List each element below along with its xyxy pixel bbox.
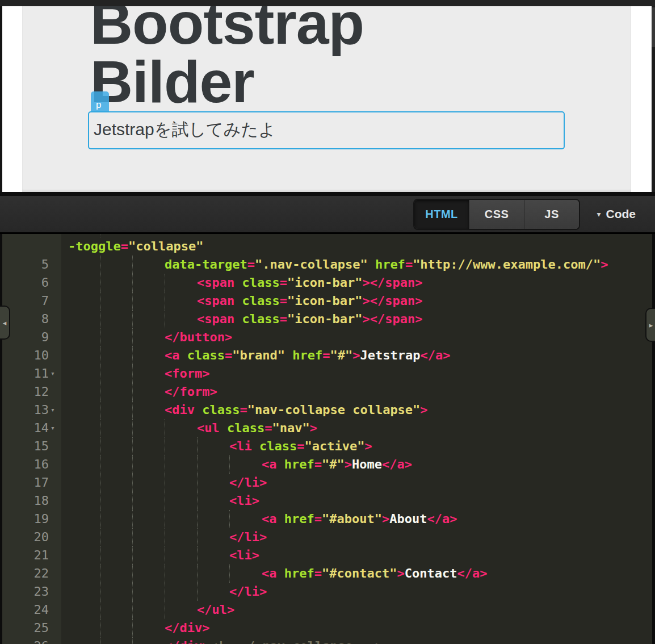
fold-spacer (49, 346, 64, 365)
indent-guide (100, 274, 132, 292)
line-number[interactable]: 5 (2, 256, 49, 274)
code-line[interactable]: 16<a href="#">Home</a> (2, 455, 655, 474)
code-line[interactable]: 5data-target=".nav-collapse" href="http:… (2, 256, 655, 274)
indent-guide (68, 256, 100, 274)
line-number[interactable]: 18 (2, 492, 49, 510)
code-line[interactable]: 11▾<form> (2, 365, 655, 383)
code-line[interactable]: 15<li class="active"> (2, 437, 655, 455)
line-number[interactable]: 16 (2, 455, 49, 474)
line-number[interactable]: 15 (2, 437, 49, 455)
token-txt: About (389, 510, 427, 528)
fold-spacer (49, 437, 64, 455)
token-tag: </a> (427, 510, 457, 528)
indent-guide (100, 310, 132, 328)
line-number[interactable]: 20 (2, 528, 49, 546)
token-eq: = (264, 419, 272, 437)
line-number[interactable]: 14 (2, 419, 49, 437)
code-menu-dropdown[interactable]: ▾ Code (597, 196, 636, 232)
line-number[interactable]: 6 (2, 274, 49, 292)
code-line[interactable]: 9</button> (2, 328, 655, 346)
indent-guide (100, 346, 132, 365)
code-line[interactable]: 12</form> (2, 383, 655, 401)
code-lines: 4<button class="btn btn-navbar" data-tog… (2, 234, 655, 644)
chevron-down-icon: ▾ (597, 210, 601, 219)
code-line[interactable]: 6<span class="icon-bar"></span> (2, 274, 655, 292)
indent-guide (197, 546, 229, 564)
line-number[interactable] (2, 237, 49, 256)
fold-chevron-down-icon[interactable]: ▾ (49, 401, 64, 419)
token-eq: = (314, 564, 322, 583)
design-canvas[interactable]: BootstrapBilder p Jetstrapを試してみたよ (22, 6, 631, 192)
token-tag: > (364, 437, 372, 455)
indent-guide (197, 510, 229, 528)
indent-guide (68, 455, 100, 474)
token-attr: class (202, 401, 240, 419)
code-line[interactable]: 8<span class="icon-bar"></span> (2, 310, 655, 328)
line-number[interactable]: 10 (2, 346, 49, 365)
code-toolbar: HTML CSS JS ▾ Code (0, 196, 655, 232)
token-tag: > (397, 564, 404, 583)
token-tag: > (352, 346, 360, 365)
indent-guide (68, 437, 100, 455)
code-line[interactable]: 10<a class="brand" href="#">Jetstrap</a> (2, 346, 655, 365)
line-number[interactable]: 23 (2, 583, 49, 601)
code-line[interactable]: 18<li> (2, 492, 655, 510)
line-number[interactable]: 21 (2, 546, 49, 564)
indent-guide (197, 528, 229, 546)
code-line[interactable]: 14▾<ul class="nav"> (2, 419, 655, 437)
line-number[interactable]: 17 (2, 474, 49, 492)
line-number[interactable]: 19 (2, 510, 49, 528)
code-line[interactable]: 22<a href="#contact">Contact</a> (2, 564, 655, 583)
selected-element-tag-badge: p (91, 91, 109, 111)
line-number[interactable]: 7 (2, 292, 49, 310)
preview-scrollbar-thumb[interactable] (652, 7, 655, 47)
code-line-content: </li> (64, 583, 267, 601)
code-line[interactable]: 13▾<div class="nav-collapse collapse"> (2, 401, 655, 419)
tab-html[interactable]: HTML (414, 200, 469, 229)
token-eq: = (405, 256, 413, 274)
code-line[interactable]: 17</li> (2, 474, 655, 492)
tag-badge-label: p (96, 100, 101, 110)
line-number[interactable]: 11 (2, 365, 49, 383)
tab-js[interactable]: JS (524, 200, 579, 229)
code-line[interactable]: 19<a href="#about">About</a> (2, 510, 655, 528)
indent-guide (197, 455, 229, 474)
indent-guide (68, 583, 100, 601)
fold-chevron-down-icon[interactable]: ▾ (49, 419, 64, 437)
fold-spacer (49, 583, 64, 601)
code-line[interactable]: 20</li> (2, 528, 655, 546)
token-str: "icon-bar" (287, 274, 362, 292)
code-line[interactable]: -toggle="collapse" (2, 237, 655, 256)
code-line[interactable]: 23</li> (2, 583, 655, 601)
code-line[interactable]: 25</div> (2, 619, 655, 637)
indent-guide (68, 365, 100, 383)
code-line[interactable]: 21<li> (2, 546, 655, 564)
indent-guide (100, 528, 132, 546)
line-number[interactable]: 25 (2, 619, 49, 637)
line-number[interactable]: 22 (2, 564, 49, 583)
token-tag: <a (165, 346, 187, 365)
code-line[interactable]: 7<span class="icon-bar"></span> (2, 292, 655, 310)
indent-guide (132, 637, 165, 644)
fold-spacer (49, 492, 64, 510)
line-number[interactable]: 12 (2, 383, 49, 401)
token-attr: class (242, 274, 279, 292)
code-line[interactable]: 24</ul> (2, 601, 655, 619)
token-eq: = (314, 455, 322, 474)
line-number[interactable]: 13 (2, 401, 49, 419)
selected-paragraph[interactable]: Jetstrapを試してみたよ (88, 111, 565, 149)
indent-guide (132, 365, 165, 383)
preview-heading[interactable]: BootstrapBilder (90, 6, 364, 111)
token-attr: class (227, 419, 264, 437)
scroll-right-handle[interactable]: ▸ (645, 308, 655, 342)
code-editor[interactable]: 4<button class="btn btn-navbar" data-tog… (0, 234, 655, 644)
fold-chevron-down-icon[interactable]: ▾ (49, 365, 64, 383)
line-number[interactable]: 26 (2, 637, 49, 644)
line-number[interactable]: 24 (2, 601, 49, 619)
code-line[interactable]: 26</div><!-- /.nav-collapse --> (2, 637, 655, 644)
token-txt: Jetstrap (360, 346, 420, 365)
preview-scrollbar[interactable] (652, 6, 655, 192)
tab-css[interactable]: CSS (469, 200, 524, 229)
indent-guide (229, 455, 262, 474)
scroll-left-handle[interactable]: ◂ (0, 306, 10, 340)
